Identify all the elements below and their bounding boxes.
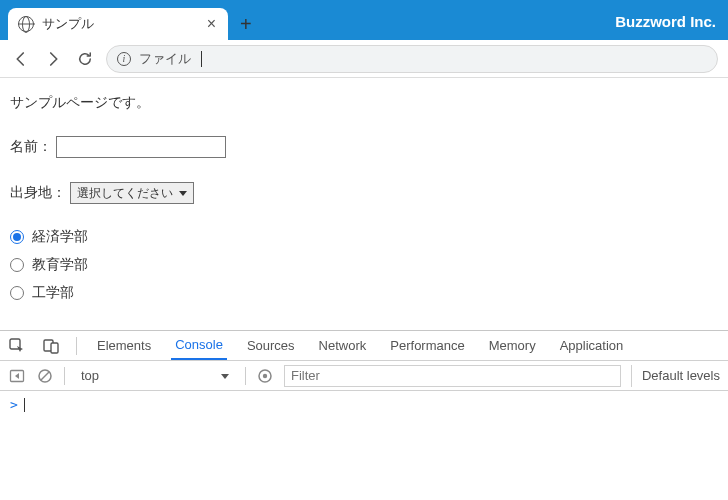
origin-row: 出身地： 選択してください (10, 182, 718, 204)
intro-text: サンプルページです。 (10, 94, 718, 112)
reload-button[interactable] (74, 48, 96, 70)
log-levels-select[interactable]: Default levels (631, 365, 720, 387)
radio-option-education[interactable]: 教育学部 (10, 256, 718, 274)
tab-memory[interactable]: Memory (485, 331, 540, 360)
origin-label: 出身地： (10, 184, 66, 202)
tab-application[interactable]: Application (556, 331, 628, 360)
radio-icon (10, 286, 24, 300)
console-filter-bar: top Default levels (0, 361, 728, 391)
radio-label: 経済学部 (32, 228, 88, 246)
context-label: top (81, 368, 99, 383)
name-input[interactable] (56, 136, 226, 158)
tab-network[interactable]: Network (315, 331, 371, 360)
brand-label: Buzzword Inc. (615, 13, 728, 40)
levels-label: Default levels (642, 368, 720, 383)
back-button[interactable] (10, 48, 32, 70)
radio-label: 教育学部 (32, 256, 88, 274)
execution-context-select[interactable]: top (75, 365, 235, 387)
text-cursor (24, 398, 25, 412)
radio-option-engineering[interactable]: 工学部 (10, 284, 718, 302)
tab-elements[interactable]: Elements (93, 331, 155, 360)
department-radio-group: 経済学部 教育学部 工学部 (10, 228, 718, 302)
radio-icon (10, 258, 24, 272)
console-prompt[interactable]: > (10, 397, 718, 412)
separator (64, 367, 65, 385)
globe-icon (18, 16, 34, 32)
tab-title: サンプル (42, 15, 197, 33)
console-filter-input[interactable] (284, 365, 621, 387)
live-expression-icon[interactable] (256, 367, 274, 385)
name-row: 名前： (10, 136, 718, 158)
devtools-tab-bar: Elements Console Sources Network Perform… (0, 331, 728, 361)
prompt-symbol: > (10, 397, 18, 412)
clear-console-icon[interactable] (36, 367, 54, 385)
tab-strip: サンプル × + (0, 0, 264, 40)
url-scheme: ファイル (139, 50, 191, 68)
separator (76, 337, 77, 355)
console-output[interactable]: > (0, 391, 728, 500)
address-bar: i ファイル (0, 40, 728, 78)
page-content: サンプルページです。 名前： 出身地： 選択してください 経済学部 教育学部 工… (0, 78, 728, 330)
svg-rect-2 (51, 343, 58, 353)
sidebar-toggle-icon[interactable] (8, 367, 26, 385)
text-cursor (201, 51, 202, 67)
origin-selected: 選択してください (77, 185, 173, 202)
tab-performance[interactable]: Performance (386, 331, 468, 360)
forward-button[interactable] (42, 48, 64, 70)
new-tab-button[interactable]: + (228, 13, 264, 40)
separator (245, 367, 246, 385)
tab-console[interactable]: Console (171, 331, 227, 360)
url-field[interactable]: i ファイル (106, 45, 718, 73)
site-info-icon[interactable]: i (117, 52, 131, 66)
svg-line-5 (41, 372, 49, 380)
radio-icon (10, 230, 24, 244)
svg-point-7 (263, 373, 267, 377)
tab-sources[interactable]: Sources (243, 331, 299, 360)
close-tab-button[interactable]: × (205, 15, 218, 33)
radio-option-economics[interactable]: 経済学部 (10, 228, 718, 246)
device-toolbar-icon[interactable] (42, 337, 60, 355)
browser-tab[interactable]: サンプル × (8, 8, 228, 40)
name-label: 名前： (10, 138, 52, 156)
inspect-element-icon[interactable] (8, 337, 26, 355)
devtools-panel: Elements Console Sources Network Perform… (0, 330, 728, 500)
browser-title-bar: サンプル × + Buzzword Inc. (0, 0, 728, 40)
origin-select[interactable]: 選択してください (70, 182, 194, 204)
radio-label: 工学部 (32, 284, 74, 302)
